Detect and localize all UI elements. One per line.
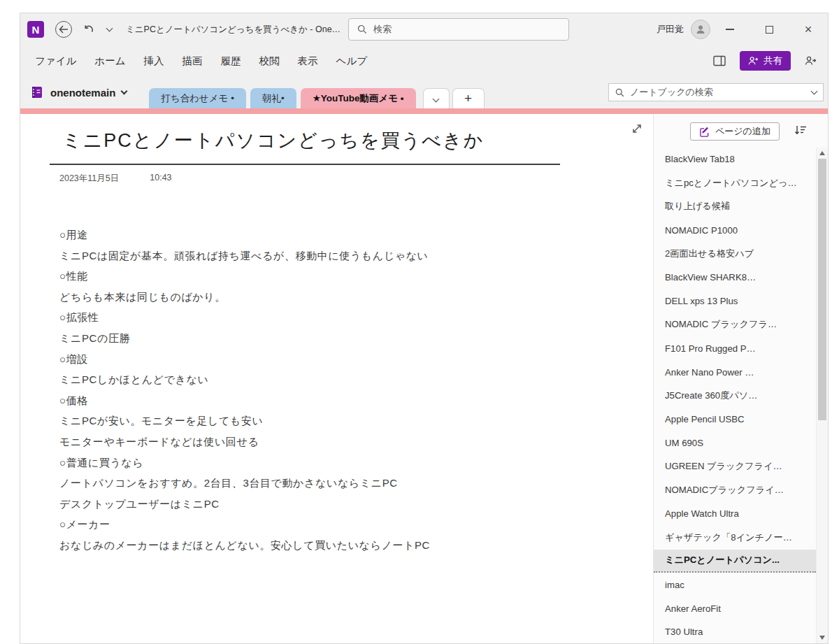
page-list-scrollbar[interactable] [816, 148, 828, 643]
note-title[interactable]: ミニPCとノートパソコンどっちを買うべきか [62, 128, 484, 153]
section-tab[interactable]: 打ち合わせメモ • [149, 88, 246, 108]
section-tabbar: onenotemain 打ち合わせメモ •朝礼•★YouTube動画メモ • +… [20, 76, 828, 108]
page-list-item[interactable]: 取り上げる候補 [654, 195, 816, 219]
menu-item[interactable]: ファイル [26, 45, 85, 76]
page-list-item[interactable]: ミニPCとノートパソコン... [654, 550, 816, 573]
minimize-button[interactable] [710, 13, 750, 45]
close-button[interactable]: × [789, 13, 828, 45]
section-tab[interactable]: ★YouTube動画メモ • [301, 88, 416, 108]
minimize-icon [726, 29, 734, 30]
search-placeholder: 検索 [373, 23, 392, 36]
note-text-line: ○増設 [59, 349, 430, 370]
page-list-item[interactable]: DELL xps 13 Plus [654, 289, 816, 313]
chevron-down-icon [811, 88, 818, 95]
window-title: ミニPCとノートパソコンどっちを買うべきか - One… [126, 24, 340, 36]
page-list-item[interactable]: ミニpcとノートパソコンどっ… [654, 171, 816, 195]
add-page-button[interactable]: ページの追加 [690, 122, 780, 141]
onenote-window: N ミニPCとノートパソコンどっちを買うべきか - One… 検索 戸田覚 [20, 13, 829, 644]
menu-item[interactable]: 履歴 [212, 45, 250, 76]
menu-item[interactable]: 挿入 [135, 45, 173, 76]
add-section-tab[interactable]: + [452, 88, 485, 108]
onenote-app-icon: N [27, 21, 44, 38]
note-text-line: どちらも本来は同じものばかり。 [59, 287, 430, 308]
menu-item[interactable]: 表示 [289, 45, 327, 76]
expand-page-button[interactable] [631, 122, 643, 135]
share-person-icon [748, 56, 759, 66]
menu-items: ファイルホーム挿入描画履歴校閲表示ヘルプ [26, 45, 376, 76]
add-page-label: ページの追加 [715, 125, 770, 138]
note-text-line: デスクトップユーザーはミニPC [59, 494, 430, 515]
share-button[interactable]: 共有 [740, 51, 791, 71]
menu-item[interactable]: ホーム [85, 45, 134, 76]
page-list-item[interactable]: imac [654, 573, 816, 596]
menu-item[interactable]: 描画 [173, 45, 212, 76]
note-text-line: ○拡張性 [59, 307, 430, 328]
menu-item[interactable]: 校閲 [250, 45, 289, 76]
menu-item[interactable]: ヘルプ [327, 45, 377, 76]
note-body[interactable]: ○用途ミニPCは固定が基本。頑張れば持ち運べるが、移動中に使うもんじゃない○性能… [59, 224, 430, 556]
page-list-item[interactable]: Anker Nano Power … [654, 360, 816, 384]
notebook-switcher[interactable]: onenotemain [30, 76, 127, 108]
note-text-line: ミニPCの圧勝 [59, 328, 430, 349]
page-list-item[interactable]: Apple Watch Ultra [654, 502, 816, 526]
page-list-item[interactable]: NOMADIC ブラックフラ… [654, 313, 816, 337]
maximize-button[interactable] [750, 13, 789, 45]
page-list-item[interactable]: NOMADICブラックフライ… [654, 478, 816, 502]
notebook-search-box[interactable]: ノートブックの検索 [608, 83, 824, 101]
compose-icon [699, 127, 710, 137]
search-icon [615, 88, 624, 97]
quick-access-chevron-icon[interactable] [106, 24, 113, 31]
note-text-line: ミニPCは固定が基本。頑張れば持ち運べるが、移動中に使うもんじゃない [59, 245, 430, 266]
search-icon [357, 24, 367, 34]
sort-descending-icon [794, 124, 807, 136]
titlebar: N ミニPCとノートパソコンどっちを買うべきか - One… 検索 戸田覚 [20, 13, 828, 45]
page-list-item[interactable]: J5Create 360度パソ… [654, 384, 816, 408]
scrollbar-thumb[interactable] [818, 159, 826, 420]
page-list-item[interactable]: BlackView Tab18 [654, 148, 816, 171]
page-list-item[interactable]: UM 690S [654, 431, 816, 455]
note-text-line: ノートパソコンをおすすめ。2台目、3台目で動かさないならミニPC [59, 473, 430, 494]
page-list-item[interactable]: F101 Pro Rugged P… [654, 336, 816, 360]
back-button[interactable] [55, 21, 72, 38]
back-arrow-icon [59, 25, 69, 34]
page-list-item[interactable]: T30 Ultra [654, 620, 816, 643]
menubar: ファイルホーム挿入描画履歴校閲表示ヘルプ 共有 [20, 45, 828, 76]
section-tabs: 打ち合わせメモ •朝礼•★YouTube動画メモ • [149, 88, 420, 108]
switch-panes-button[interactable] [713, 55, 726, 66]
user-name: 戸田覚 [657, 23, 684, 36]
scroll-up-button[interactable] [817, 151, 828, 155]
notebook-name: onenotemain [50, 87, 115, 99]
page-list: BlackView Tab18ミニpcとノートパソコンどっ…取り上げる候補NOM… [654, 148, 828, 643]
page-list-item[interactable]: 2画面出せる格安ハブ [654, 242, 816, 266]
note-date: 2023年11月5日 [59, 173, 119, 185]
note-time: 10:43 [150, 173, 171, 185]
page-list-item[interactable]: UGREEN ブラックフライ… [654, 455, 816, 478]
scroll-down-button[interactable] [817, 636, 828, 640]
avatar[interactable] [691, 20, 710, 39]
meet-now-button[interactable] [805, 56, 817, 66]
section-list-dropdown-tab[interactable] [423, 88, 450, 108]
note-text-line: ○メーカー [59, 514, 430, 535]
diagonal-expand-icon [631, 122, 643, 135]
share-label: 共有 [763, 55, 782, 67]
section-tab[interactable]: 朝礼• [250, 88, 296, 108]
chevron-down-icon [121, 87, 128, 94]
undo-button[interactable] [83, 24, 94, 34]
note-text-line: おなじみのメーカーはまだほとんどない。安心して買いたいならノートPC [59, 535, 430, 556]
sort-pages-button[interactable] [794, 124, 807, 136]
page-list-item[interactable]: ギャザテック「8インチノー… [654, 526, 816, 550]
undo-icon [83, 24, 94, 34]
page-list-item[interactable]: Anker AeroFit [654, 596, 816, 620]
person-icon [695, 24, 706, 35]
triangle-down-icon [819, 636, 825, 640]
note-text-line: ミニPCしかほとんどできない [59, 369, 430, 390]
titlebar-search-box[interactable]: 検索 [348, 18, 569, 41]
note-page-canvas[interactable]: ミニPCとノートパソコンどっちを買うべきか 2023年11月5日 10:43 ○… [20, 114, 653, 643]
page-list-item[interactable]: Apple Pencil USBC [654, 408, 816, 431]
note-text-line: ○性能 [59, 266, 430, 287]
notebook-icon [30, 85, 44, 99]
page-list-item[interactable]: NOMADIC P1000 [654, 218, 816, 242]
title-underline [50, 164, 560, 165]
page-list-item[interactable]: BlackView SHARK8… [654, 266, 816, 289]
note-text-line: ○普通に買うなら [59, 452, 430, 473]
